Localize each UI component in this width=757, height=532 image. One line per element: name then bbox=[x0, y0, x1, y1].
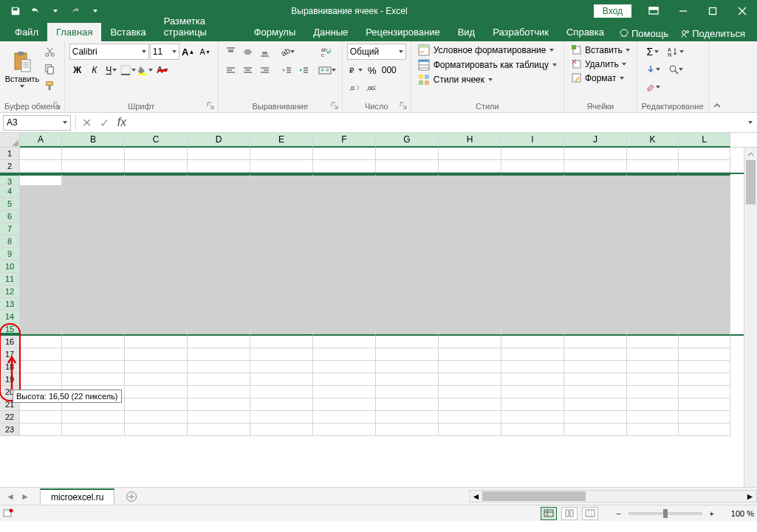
cancel-formula-button[interactable]: ✕ bbox=[78, 114, 95, 131]
cell[interactable] bbox=[125, 361, 188, 373]
cell[interactable] bbox=[679, 298, 730, 311]
row-header[interactable]: 13 bbox=[0, 298, 20, 311]
cell[interactable] bbox=[564, 198, 627, 210]
cell[interactable] bbox=[250, 373, 313, 386]
row-header[interactable]: 2 bbox=[0, 160, 20, 173]
cell[interactable] bbox=[501, 185, 564, 198]
cell[interactable] bbox=[439, 286, 501, 298]
cell[interactable] bbox=[564, 373, 627, 386]
cell[interactable] bbox=[313, 411, 376, 424]
cell[interactable] bbox=[439, 298, 501, 311]
cell[interactable] bbox=[439, 185, 501, 198]
cell[interactable] bbox=[250, 260, 313, 273]
cell[interactable] bbox=[62, 323, 125, 336]
fill-color-button[interactable] bbox=[137, 62, 154, 78]
cell[interactable] bbox=[62, 336, 125, 348]
row-header[interactable]: 12 bbox=[0, 286, 20, 298]
cell[interactable] bbox=[250, 411, 313, 424]
cell[interactable] bbox=[439, 273, 501, 286]
cell[interactable] bbox=[679, 411, 730, 424]
cell[interactable] bbox=[20, 424, 62, 436]
decrease-decimal-button[interactable]: ,00 bbox=[364, 80, 380, 97]
column-header[interactable]: C bbox=[125, 133, 188, 148]
cell[interactable] bbox=[188, 160, 250, 173]
cell[interactable] bbox=[62, 286, 125, 298]
increase-font-button[interactable]: A▲ bbox=[180, 44, 196, 60]
cell[interactable] bbox=[439, 198, 501, 210]
cell[interactable] bbox=[20, 298, 62, 311]
cell[interactable] bbox=[564, 273, 627, 286]
insert-cells-button[interactable]: Вставить bbox=[569, 44, 632, 56]
cell[interactable] bbox=[313, 311, 376, 323]
cell[interactable] bbox=[679, 235, 730, 248]
align-left-button[interactable] bbox=[223, 62, 239, 78]
column-header[interactable]: E bbox=[250, 133, 313, 148]
cell[interactable] bbox=[250, 248, 313, 260]
clipboard-launcher[interactable] bbox=[52, 102, 61, 111]
cell[interactable] bbox=[627, 273, 679, 286]
tab-разработчик[interactable]: Разработчик bbox=[484, 23, 558, 41]
align-middle-button[interactable] bbox=[240, 44, 256, 60]
cell[interactable] bbox=[679, 248, 730, 260]
cell[interactable] bbox=[376, 298, 439, 311]
cell[interactable] bbox=[188, 373, 250, 386]
cell[interactable] bbox=[627, 198, 679, 210]
cell[interactable] bbox=[125, 223, 188, 235]
cell[interactable] bbox=[376, 323, 439, 336]
cell[interactable] bbox=[20, 311, 62, 323]
cell[interactable] bbox=[439, 160, 501, 173]
cell[interactable] bbox=[62, 298, 125, 311]
cell[interactable] bbox=[439, 398, 501, 411]
cell[interactable] bbox=[313, 160, 376, 173]
cell[interactable] bbox=[20, 323, 62, 336]
cell[interactable] bbox=[679, 336, 730, 348]
cell[interactable] bbox=[188, 411, 250, 424]
cell[interactable] bbox=[501, 348, 564, 361]
cell[interactable] bbox=[188, 398, 250, 411]
row-header[interactable]: 11 bbox=[0, 273, 20, 286]
tab-разметка страницы[interactable]: Разметка страницы bbox=[155, 12, 245, 41]
cell[interactable] bbox=[501, 298, 564, 311]
row-header[interactable]: 19 bbox=[0, 373, 20, 386]
cell[interactable] bbox=[501, 210, 564, 223]
page-layout-view-button[interactable] bbox=[561, 507, 578, 520]
cell[interactable] bbox=[62, 411, 125, 424]
ribbon-display-options[interactable] bbox=[639, 0, 668, 21]
column-header[interactable]: H bbox=[439, 133, 501, 148]
cell[interactable] bbox=[62, 273, 125, 286]
cell[interactable] bbox=[313, 210, 376, 223]
column-header[interactable]: B bbox=[62, 133, 125, 148]
cell[interactable] bbox=[20, 336, 62, 348]
cell[interactable] bbox=[125, 248, 188, 260]
cell[interactable] bbox=[439, 260, 501, 273]
cell[interactable] bbox=[627, 323, 679, 336]
cell[interactable] bbox=[250, 223, 313, 235]
row-header[interactable]: 23 bbox=[0, 424, 20, 436]
increase-indent-button[interactable] bbox=[296, 62, 312, 78]
tab-справка[interactable]: Справка bbox=[558, 23, 613, 41]
currency-button[interactable]: ₽ bbox=[347, 62, 363, 78]
cell[interactable] bbox=[250, 148, 313, 160]
cell[interactable] bbox=[501, 260, 564, 273]
cell[interactable] bbox=[564, 398, 627, 411]
cell[interactable] bbox=[250, 273, 313, 286]
cell[interactable] bbox=[313, 348, 376, 361]
cell[interactable] bbox=[564, 323, 627, 336]
align-top-button[interactable] bbox=[223, 44, 239, 60]
decrease-font-button[interactable]: A▼ bbox=[197, 44, 213, 60]
cell[interactable] bbox=[376, 260, 439, 273]
cell[interactable] bbox=[250, 348, 313, 361]
paste-button[interactable]: Вставить bbox=[4, 44, 40, 95]
scroll-up-button[interactable] bbox=[744, 148, 757, 160]
cell[interactable] bbox=[679, 273, 730, 286]
cell[interactable] bbox=[627, 386, 679, 398]
cell[interactable] bbox=[501, 361, 564, 373]
cell[interactable] bbox=[20, 286, 62, 298]
cell[interactable] bbox=[188, 298, 250, 311]
undo-button[interactable] bbox=[26, 2, 45, 20]
column-header[interactable]: J bbox=[564, 133, 627, 148]
cell[interactable] bbox=[439, 373, 501, 386]
clear-button[interactable] bbox=[642, 79, 664, 95]
cell[interactable] bbox=[376, 336, 439, 348]
cell[interactable] bbox=[250, 160, 313, 173]
